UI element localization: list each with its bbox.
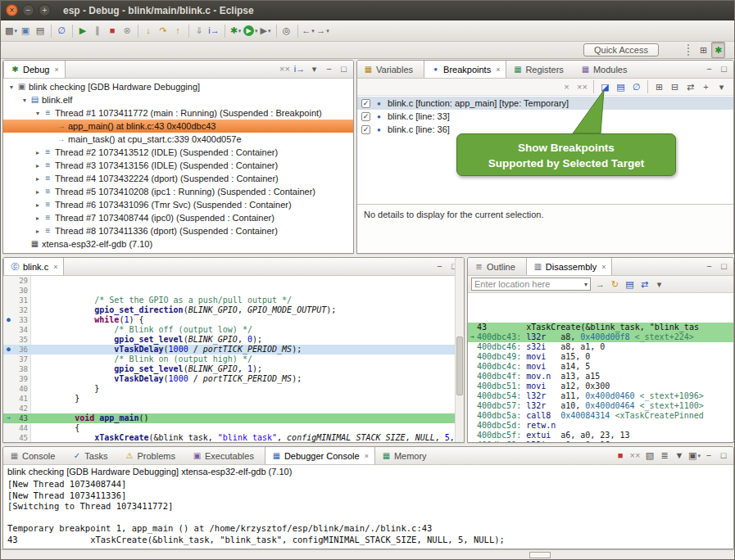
remove-all-terminated-icon[interactable]: ×× [628, 448, 642, 464]
disassembly-row[interactable]: 400dbc4c: movi a14, 5 [468, 362, 733, 372]
code-line[interactable]: 37 vTaskDelay(1000 / portTICK_PERIOD_MS)… [3, 355, 464, 364]
debug-icon[interactable]: ✱ ▾ [229, 23, 243, 39]
minimize-icon[interactable]: − [322, 61, 336, 78]
gutter-marker[interactable] [3, 404, 14, 413]
scrollbar-thumb[interactable] [456, 336, 463, 395]
disassembly-row[interactable]: 400dbc5a: call8 0x40084314 <xTaskCreateP… [468, 411, 733, 421]
terminate-icon[interactable]: ■ [614, 448, 628, 464]
view-tab[interactable]: Disassembly × [526, 258, 613, 275]
editor-scrollbar[interactable] [455, 258, 464, 442]
code-line[interactable]: 40 [3, 384, 464, 394]
disconnect-icon[interactable]: ⊗ [120, 23, 134, 39]
gutter-marker[interactable] [3, 276, 14, 286]
gutter-marker[interactable] [3, 345, 14, 355]
view-menu-icon[interactable]: ▾ [307, 61, 321, 78]
debug-tree-item[interactable]: xtensa-esp32-elf-gdb (7.10) [3, 237, 353, 251]
code-editor[interactable]: 29 /* Set the GPIO as a push/pull output… [3, 276, 464, 442]
expander-icon[interactable]: ▸ [33, 149, 43, 156]
code-line[interactable]: 43 xTaskCreate(&blink_task, "blink_task"… [3, 413, 464, 423]
expander-icon[interactable]: ▸ [33, 188, 43, 196]
view-tab[interactable]: Tasks [66, 447, 118, 464]
debug-tree-item[interactable]: main_task() at cpu_start.c:339 0x400d057… [3, 133, 353, 146]
minimize-icon[interactable]: − [433, 259, 447, 275]
remove-all-terminated-icon[interactable]: ×× [278, 61, 292, 78]
add-filter-icon[interactable]: + [699, 79, 713, 95]
step-into-icon[interactable]: ↓ [142, 23, 156, 39]
code-line[interactable]: 42 { [3, 404, 464, 413]
save-icon[interactable]: ▣ [19, 23, 33, 39]
debug-tree-item[interactable]: ▾ blink.elf [3, 93, 353, 106]
debug-tree-item[interactable]: ▸ Thread #8 1073411336 (dport) (Suspende… [3, 224, 353, 237]
terminate-icon[interactable]: ■ [106, 23, 120, 39]
minimize-icon[interactable]: − [702, 259, 716, 275]
debug-tree-item[interactable]: ▾ blink checking [GDB Hardware Debugging… [3, 80, 353, 93]
view-menu-icon[interactable]: ▾ [715, 79, 728, 95]
window-maximize-button[interactable]: + [39, 4, 51, 16]
expander-icon[interactable]: ▾ [7, 84, 16, 91]
close-icon[interactable]: × [54, 65, 58, 74]
drop-to-frame-icon[interactable]: ⇓ [193, 23, 206, 39]
close-icon[interactable]: × [53, 263, 57, 271]
gutter-marker[interactable] [3, 296, 14, 305]
view-tab[interactable]: Debugger Console × [265, 447, 375, 464]
gutter-marker[interactable] [3, 413, 14, 423]
expander-icon[interactable]: ▾ [33, 110, 43, 117]
resume-icon[interactable]: ▶ [76, 23, 90, 39]
suspend-icon[interactable]: ∥ [91, 23, 105, 39]
breakpoint-item[interactable]: ✓ blink.c [line: 33] [357, 110, 733, 123]
minimize-icon[interactable]: − [702, 448, 716, 464]
maximize-icon[interactable]: □ [717, 61, 731, 78]
open-console-icon[interactable]: ▣ ▾ [687, 448, 701, 464]
code-line[interactable]: 29 /* Set the GPIO as a push/pull output… [3, 276, 464, 286]
step-return-icon[interactable]: ↑ [171, 23, 185, 39]
gutter-marker[interactable] [3, 384, 14, 394]
instruction-stepping-icon[interactable]: i→ [207, 23, 221, 39]
expander-icon[interactable]: ▸ [33, 162, 43, 169]
expander-icon[interactable]: ▾ [20, 97, 29, 104]
view-tab[interactable]: Registers [506, 61, 574, 78]
disassembly-listing[interactable]: 43 xTaskCreate(&blink_task, "blink_tas 4… [468, 293, 733, 442]
location-input[interactable]: Enter location here ▾ [471, 278, 591, 291]
close-icon[interactable]: × [496, 65, 500, 74]
run-icon[interactable]: ▶ ▾ [243, 23, 258, 39]
debug-tree-item[interactable]: ▸ Thread #4 1073432224 (dport) (Suspende… [3, 172, 353, 185]
code-line[interactable]: 33 gpio_set_level(BLINK_GPIO, 0); [3, 315, 464, 325]
debug-tree-item[interactable]: ▾ Thread #1 1073411772 (main : Running) … [3, 106, 353, 120]
debug-perspective-icon[interactable]: ✱ [711, 42, 725, 58]
gutter-marker[interactable] [3, 335, 14, 345]
forward-icon[interactable]: → ▾ [316, 23, 330, 39]
gutter-marker[interactable] [3, 394, 14, 404]
disassembly-row[interactable]: 400dbc51: movi a12, 0x300 [468, 382, 733, 391]
new-icon[interactable]: ▩ ▾ [4, 23, 18, 39]
search-icon[interactable]: ◎ [280, 23, 294, 39]
external-tools-icon[interactable]: ▶ ▾ [259, 23, 273, 39]
maximize-icon[interactable]: □ [717, 259, 731, 275]
remove-breakpoint-icon[interactable]: × [560, 79, 574, 95]
close-icon[interactable]: × [601, 263, 606, 271]
link-with-debug-icon[interactable]: ⇄ [683, 79, 697, 95]
maximize-icon[interactable]: □ [337, 61, 351, 78]
clear-console-icon[interactable]: ▧ [643, 448, 657, 464]
sync-selection-icon[interactable]: ⇄ [637, 276, 651, 292]
disassembly-row[interactable]: 400dbc49: movi a15, 0 [468, 352, 733, 362]
expand-all-icon[interactable]: ⊞ [652, 79, 666, 95]
gutter-marker[interactable] [3, 364, 14, 374]
debug-tree-item[interactable]: ▸ Thread #7 1073408744 (ipc0) (Suspended… [3, 211, 353, 224]
expander-icon[interactable]: ▸ [33, 201, 43, 209]
code-line[interactable]: 32 /* Blink off (output low) */ [3, 305, 464, 315]
step-over-icon[interactable]: ↷ [157, 23, 170, 39]
code-line[interactable]: 38 } [3, 364, 464, 374]
console-output[interactable]: blink checking [GDB Hardware Debugging] … [3, 465, 733, 549]
view-tab[interactable]: Modules [574, 61, 638, 78]
expander-icon[interactable]: ▸ [33, 228, 43, 235]
close-icon[interactable]: × [365, 452, 369, 460]
disassembly-row[interactable]: 400dbc4f: mov.n a13, a15 [468, 372, 733, 382]
disassembly-row[interactable]: 400dbc5f: extui a6, a0, 23, 13 [468, 431, 733, 440]
view-tab[interactable]: Variables [357, 61, 424, 78]
gutter-marker[interactable] [3, 355, 14, 364]
disassembly-row[interactable]: 400dbc5d: retw.n [468, 421, 733, 431]
debug-tree-item[interactable]: ▸ Thread #3 1073413156 (IDLE) (Suspended… [3, 159, 353, 172]
gutter-marker[interactable] [3, 325, 14, 335]
expander-icon[interactable]: ▸ [33, 215, 43, 222]
debug-tree-item[interactable]: app_main() at blink.c:43 0x400dbc43 [3, 120, 353, 133]
